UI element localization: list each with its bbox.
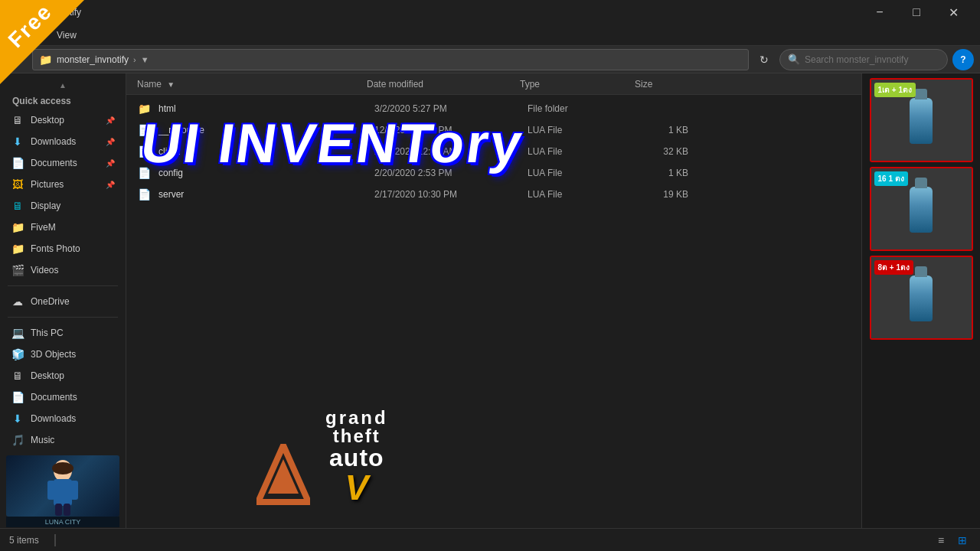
3d-objects-label: 3D Objects bbox=[31, 349, 115, 360]
fivem-icon: 📁 bbox=[11, 220, 24, 234]
bottom-logos: grand theft auto V bbox=[256, 409, 388, 505]
music-icon: 🎵 bbox=[11, 433, 24, 447]
thispc-icon: 💻 bbox=[11, 326, 24, 340]
sidebar-item-desktop-pc[interactable]: 🖥 Desktop bbox=[0, 365, 126, 386]
onedrive-label: OneDrive bbox=[31, 296, 115, 307]
col-name-expand[interactable]: ▼ bbox=[167, 80, 175, 89]
desktop-quick-label: Desktop bbox=[31, 115, 103, 126]
path-text: monster_invnotify bbox=[57, 54, 129, 65]
file-type: LUA File bbox=[528, 168, 642, 178]
pin-icon-pictures: 📌 bbox=[106, 181, 115, 189]
sidebar-item-onedrive[interactable]: ☁ OneDrive bbox=[0, 291, 126, 312]
display-icon: 🖥 bbox=[11, 199, 24, 213]
search-input[interactable] bbox=[805, 54, 927, 65]
file-name: __resource bbox=[158, 125, 374, 135]
luna-caption: LUNA CITY bbox=[6, 517, 119, 527]
minimize-button[interactable]: − bbox=[862, 0, 897, 24]
sidebar-item-thispc[interactable]: 💻 This PC bbox=[0, 322, 126, 344]
videos-icon: 🎬 bbox=[11, 263, 24, 277]
col-header-date[interactable]: Date modified bbox=[362, 79, 515, 90]
thumbnail-1[interactable]: 1เต + 1ตง ⬇ bbox=[870, 78, 973, 162]
file-name: config bbox=[158, 168, 374, 178]
file-row[interactable]: 📄 __resource 12/1/2019 6:40 PM LUA File … bbox=[126, 119, 861, 141]
pin-icon-downloads: 📌 bbox=[106, 138, 115, 146]
desktop-pc-label: Desktop bbox=[31, 370, 115, 381]
sidebar-item-fonts-photo[interactable]: 📁 Fonts Photo bbox=[0, 238, 126, 259]
sidebar-item-display[interactable]: 🖥 Display bbox=[0, 195, 126, 217]
list-view-button[interactable]: ≡ bbox=[933, 532, 949, 549]
status-cursor bbox=[54, 534, 56, 546]
file-row[interactable]: 📁 html 3/2/2020 5:27 PM File folder bbox=[126, 98, 861, 119]
luna-image bbox=[6, 455, 119, 517]
help-button[interactable]: ? bbox=[952, 49, 974, 70]
menu-view[interactable]: View bbox=[49, 27, 84, 44]
sidebar-divider-2 bbox=[8, 317, 118, 318]
onedrive-icon: ☁ bbox=[11, 295, 24, 308]
thumb-badge-2: 16 1 ตง bbox=[874, 171, 908, 186]
tile-view-button[interactable]: ⊞ bbox=[954, 532, 971, 549]
col-header-name[interactable]: Name ▼ bbox=[132, 79, 362, 90]
file-size: 1 KB bbox=[642, 168, 704, 178]
desktop-quick-icon: 🖥 bbox=[11, 113, 24, 127]
col-header-type[interactable]: Type bbox=[515, 79, 630, 90]
file-row[interactable]: 📄 client 2/23/2020 12:41 AM LUA File 32 … bbox=[126, 141, 861, 162]
file-row[interactable]: 📄 config 2/20/2020 2:53 PM LUA File 1 KB bbox=[126, 162, 861, 184]
up-button[interactable]: ↑ bbox=[6, 49, 28, 70]
lua-file-icon: 📄 bbox=[137, 145, 151, 158]
close-button[interactable]: ✕ bbox=[936, 0, 971, 24]
file-row[interactable]: 📄 server 2/17/2020 10:30 PM LUA File 19 … bbox=[126, 184, 861, 205]
sidebar-item-pictures-quick[interactable]: 🖼 Pictures 📌 bbox=[0, 174, 126, 195]
sidebar: ▲ Quick access 🖥 Desktop 📌 ⬇ Downloads 📌… bbox=[0, 73, 126, 528]
sidebar-item-fivem[interactable]: 📁 FiveM bbox=[0, 217, 126, 238]
sidebar-item-3d-objects[interactable]: 🧊 3D Objects bbox=[0, 344, 126, 365]
file-type: LUA File bbox=[528, 146, 642, 157]
svg-rect-2 bbox=[47, 481, 55, 500]
downloads-pc-icon: ⬇ bbox=[11, 412, 24, 425]
lua-file-icon: 📄 bbox=[137, 166, 151, 180]
sidebar-item-downloads-quick[interactable]: ⬇ Downloads 📌 bbox=[0, 131, 126, 152]
pictures-quick-icon: 🖼 bbox=[11, 178, 24, 191]
path-dropdown[interactable]: ▼ bbox=[141, 55, 149, 64]
file-type: LUA File bbox=[528, 189, 642, 200]
sidebar-item-documents-pc[interactable]: 📄 Documents bbox=[0, 386, 126, 408]
thumb-badge-3: 8ต + 1ตง bbox=[874, 260, 914, 275]
sidebar-item-music[interactable]: 🎵 Music bbox=[0, 429, 126, 451]
thumbnail-3[interactable]: 8ต + 1ตง ⬇ bbox=[870, 256, 973, 340]
sidebar-item-downloads-pc[interactable]: ⬇ Downloads bbox=[0, 408, 126, 429]
thumb-bottle-2 bbox=[910, 187, 933, 233]
gta-theft: theft bbox=[333, 427, 381, 445]
file-area: Name ▼ Date modified Type Size UI INVENT… bbox=[126, 73, 861, 528]
maximize-button[interactable]: □ bbox=[899, 0, 934, 24]
sidebar-item-videos[interactable]: 🎬 Videos bbox=[0, 259, 126, 281]
thumb-bottle-3 bbox=[910, 276, 933, 321]
svg-rect-3 bbox=[70, 481, 78, 500]
main-layout: ▲ Quick access 🖥 Desktop 📌 ⬇ Downloads 📌… bbox=[0, 73, 980, 528]
thumbnail-2[interactable]: 16 1 ตง ⬇ bbox=[870, 167, 973, 251]
luna-character-svg bbox=[40, 459, 86, 517]
videos-label: Videos bbox=[31, 265, 115, 276]
file-date: 2/20/2020 2:53 PM bbox=[374, 168, 528, 178]
refresh-button[interactable]: ↻ bbox=[753, 49, 775, 70]
pictures-quick-label: Pictures bbox=[31, 179, 103, 190]
file-type: File folder bbox=[528, 103, 642, 114]
arma-logo bbox=[256, 444, 310, 505]
search-icon: 🔍 bbox=[788, 54, 800, 65]
file-size: 1 KB bbox=[642, 125, 704, 135]
pin-icon-desktop: 📌 bbox=[106, 116, 115, 125]
sidebar-item-documents-quick[interactable]: 📄 Documents 📌 bbox=[0, 152, 126, 174]
3d-objects-icon: 🧊 bbox=[11, 347, 24, 361]
file-size: 32 KB bbox=[642, 146, 704, 157]
desktop-pc-icon: 🖥 bbox=[11, 369, 24, 383]
file-date: 2/17/2020 10:30 PM bbox=[374, 189, 528, 200]
thispc-label: This PC bbox=[31, 328, 115, 338]
sidebar-item-desktop-quick[interactable]: 🖥 Desktop 📌 bbox=[0, 109, 126, 131]
col-header-size[interactable]: Size bbox=[630, 79, 691, 90]
address-path-box[interactable]: 📁 monster_invnotify › ▼ bbox=[32, 49, 749, 70]
downloads-quick-label: Downloads bbox=[31, 136, 103, 147]
documents-quick-icon: 📄 bbox=[11, 156, 24, 170]
fivem-label: FiveM bbox=[31, 222, 115, 233]
menu-share[interactable]: Share bbox=[9, 27, 49, 44]
view-toggle-icons: ≡ ⊞ bbox=[933, 532, 971, 549]
documents-quick-label: Documents bbox=[31, 158, 103, 168]
file-name: client bbox=[158, 146, 374, 157]
